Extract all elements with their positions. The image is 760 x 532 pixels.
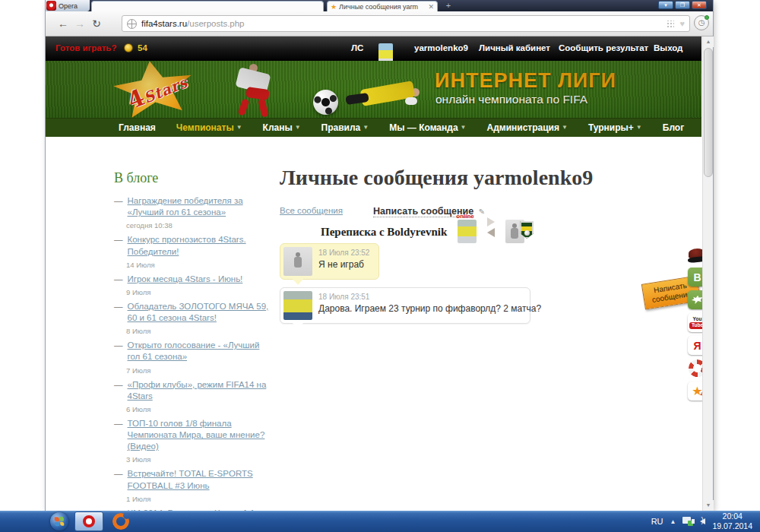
chevron-down-icon: ▼ — [461, 124, 467, 131]
url-domain: fifa4stars.ru — [141, 19, 187, 28]
football-icon — [313, 90, 338, 115]
taskbar-opera-button[interactable] — [74, 511, 103, 531]
message-body: 18 Июля 23:51Дарова. Играем 23 турнир по… — [318, 291, 547, 320]
favicon-star-icon: ★ — [331, 3, 337, 11]
blog-link-2[interactable]: Игрок месяца 4Stars - Июнь! — [128, 274, 243, 285]
chevron-down-icon: ▼ — [636, 124, 642, 131]
message-avatar[interactable] — [283, 247, 312, 276]
nav-item-4[interactable]: Мы — Команда▼ — [389, 122, 466, 133]
nav-item-0[interactable]: Главная — [119, 122, 156, 133]
page-viewport: Готов играть? 54 ЛС yarmolenko9 Личный к… — [46, 36, 702, 511]
nav-item-2[interactable]: Кланы▼ — [263, 122, 301, 133]
blog-link-1[interactable]: Конкурс прогнозистов 4Stars. Победители! — [128, 234, 274, 257]
cabinet-link[interactable]: Личный кабинет — [479, 43, 550, 52]
chevron-down-icon: ▼ — [363, 124, 369, 131]
reload-button[interactable]: ↻ — [90, 17, 103, 30]
nav-item-1[interactable]: Чемпионаты▼ — [176, 122, 242, 133]
tab-blank[interactable] — [91, 1, 324, 11]
twitter-icon[interactable] — [688, 290, 702, 309]
vk-icon[interactable]: В — [688, 268, 702, 287]
banner-title: ИНТЕРНЕТ ЛИГИ — [435, 69, 616, 93]
tab-active[interactable]: ★ Личные сообщения yarm ✕ — [327, 1, 438, 11]
blog-link-5[interactable]: «Профи клубы», режим FIFA14 на 4Stars — [128, 379, 274, 402]
restore-button[interactable]: ❐ — [675, 1, 690, 9]
lifebuoy-icon[interactable] — [688, 359, 702, 378]
ready-to-play-link[interactable]: Готов играть? — [55, 43, 116, 52]
scrollbar-thumb[interactable] — [704, 48, 713, 177]
own-avatar[interactable] — [505, 220, 524, 243]
blog-link-4[interactable]: Открыто голосование - «Лучший гол 61 сез… — [128, 340, 274, 363]
online-badge: online — [456, 213, 474, 220]
page-scrollbar[interactable]: ▲ ▼ — [702, 36, 713, 511]
volume-icon[interactable] — [700, 518, 705, 524]
scroll-up-icon[interactable]: ▲ — [703, 36, 714, 47]
message-body: 18 Июля 23:52Я не играб — [318, 247, 375, 276]
nav-item-6[interactable]: Турниры+▼ — [588, 122, 642, 133]
logout-link[interactable]: Выход — [654, 43, 682, 52]
nav-item-3[interactable]: Правила▼ — [321, 122, 369, 133]
message-bubble-1: 18 Июля 23:51Дарова. Играем 23 турнир по… — [280, 287, 530, 324]
opera-icon — [83, 515, 95, 527]
nav-item-7[interactable]: Блог — [663, 122, 684, 133]
bubble-tail — [293, 279, 303, 285]
start-button[interactable] — [50, 512, 68, 530]
system-tray: RU ▲ 20:04 19.07.2014 — [651, 511, 755, 532]
blog-date: сегодня 10:38 — [126, 221, 274, 230]
blog-link-7[interactable]: Встречайте! TOTAL E-SPORTS FOOTBALL #3 И… — [128, 468, 274, 491]
taskbar: RU ▲ 20:04 19.07.2014 — [0, 511, 760, 532]
blog-link-0[interactable]: Награждение победителя за «Лучший гол 61… — [128, 195, 274, 218]
youtube-icon[interactable]: YouTube — [688, 313, 702, 332]
report-result-link[interactable]: Сообщить результат — [559, 43, 648, 52]
browser-window: Opera ★ Личные сообщения yarm ✕ + ▾ ❐ ✕ … — [46, 0, 713, 511]
tab-close-icon[interactable]: ✕ — [428, 3, 434, 11]
chevron-down-icon: ▼ — [562, 124, 568, 131]
discover-button[interactable]: ◷ — [694, 15, 709, 30]
fourstars-icon[interactable]: ★4 — [688, 382, 702, 401]
cap-icon[interactable] — [688, 247, 702, 264]
site-logo[interactable]: 4Stars — [109, 61, 198, 118]
coin-icon — [124, 43, 133, 52]
bird-icon — [692, 296, 702, 305]
conversation-title: Переписка с Boldyrevnik — [321, 226, 447, 239]
forward-button[interactable]: → — [73, 17, 87, 30]
address-bar[interactable]: fifa4stars.ru /userposts.php ♥ — [122, 15, 690, 32]
scroll-down-icon[interactable]: ▼ — [703, 500, 714, 511]
bookmark-heart-icon[interactable]: ♥ — [679, 19, 685, 28]
blog-link-6[interactable]: ТОП-10 голов 1/8 финала Чемпионата Мира,… — [128, 418, 274, 453]
blog-date: 14 Июля — [126, 261, 274, 269]
page-title: Личные сообщения yarmolenko9 — [280, 166, 593, 190]
message-text: Дарова. Играем 23 турнир по фифаворлд? 2… — [318, 303, 541, 314]
minimize-button[interactable]: ▾ — [658, 1, 673, 9]
all-messages-link[interactable]: Все сообщения — [280, 206, 343, 215]
message-links-row: Все сообщения Написать сообщение ✎ — [280, 204, 485, 217]
back-button[interactable]: ← — [56, 17, 70, 30]
conversation-header: Переписка с Boldyrevnik online — [321, 217, 524, 243]
username-link[interactable]: yarmolenko9 — [414, 43, 468, 52]
opera-menu-button[interactable]: Opera — [46, 0, 90, 11]
language-indicator[interactable]: RU — [651, 517, 663, 526]
blog-date: 8 Июля — [126, 327, 274, 335]
message-bubble-0: 18 Июля 23:52Я не играб — [280, 243, 379, 280]
message-avatar[interactable] — [283, 291, 312, 320]
club-badge-icon — [520, 221, 534, 239]
new-tab-button[interactable]: + — [442, 2, 454, 11]
partner-avatar[interactable]: online — [458, 220, 477, 243]
yandex-icon[interactable]: Я — [688, 336, 702, 355]
blog-item: —Награждение победителя за «Лучший гол 6… — [114, 195, 274, 218]
window-controls: ▾ ❐ ✕ — [658, 1, 707, 9]
clock[interactable]: 20:04 19.07.2014 — [712, 511, 755, 531]
close-button[interactable]: ✕ — [692, 1, 707, 9]
globe-icon — [127, 19, 137, 29]
blog-link-3[interactable]: Обладатель ЗОЛОТОГО МЯЧА 59, 60 и 61 сез… — [128, 301, 274, 324]
extensions-grid-icon[interactable] — [667, 21, 674, 27]
dash: — — [114, 379, 123, 402]
person-silhouette-icon — [293, 252, 302, 269]
nav-item-5[interactable]: Администрация▼ — [486, 122, 567, 133]
chevron-down-icon: ▼ — [295, 124, 301, 131]
taskbar-origin-button[interactable] — [112, 513, 129, 530]
message-time: 18 Июля 23:51 — [318, 293, 541, 301]
dash: — — [114, 234, 123, 257]
tray-expand-icon[interactable]: ▲ — [670, 518, 676, 525]
pm-link[interactable]: ЛС — [351, 43, 363, 52]
blog-item: —Конкурс прогнозистов 4Stars. Победители… — [114, 234, 274, 257]
